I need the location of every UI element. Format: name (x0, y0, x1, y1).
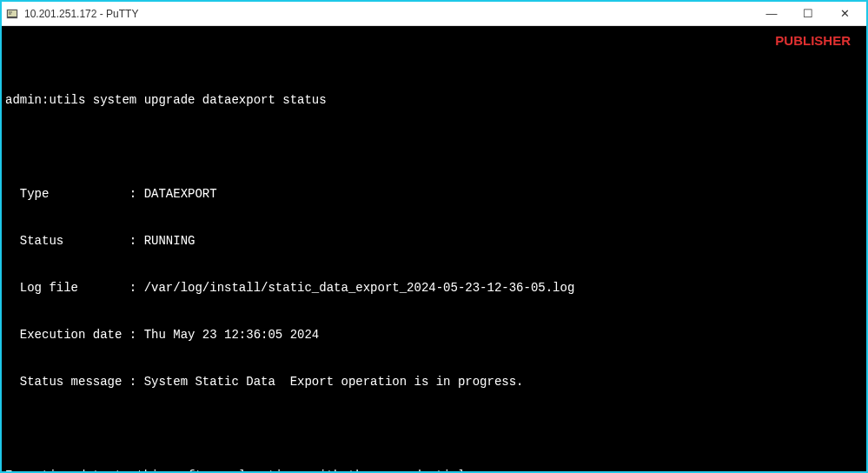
field-execdate: Execution date : Thu May 23 12:36:05 202… (5, 327, 863, 343)
window-title: 10.201.251.172 - PuTTY (24, 8, 753, 20)
field-statusmsg: Status message : System Static Data Expo… (5, 374, 863, 390)
titlebar[interactable]: 10.201.251.172 - PuTTY — ☐ ✕ (2, 2, 866, 26)
putty-window: 10.201.251.172 - PuTTY — ☐ ✕ PUBLISHER a… (0, 0, 868, 473)
app-icon (5, 7, 19, 21)
export-header: Exporting data to this software location… (5, 468, 863, 471)
publisher-label: PUBLISHER (775, 33, 851, 49)
maximize-button[interactable]: ☐ (790, 3, 826, 25)
svg-rect-1 (8, 10, 17, 17)
prompt-line-1: admin:utils system upgrade dataexport st… (5, 92, 863, 108)
command-text: admin:utils system upgrade dataexport st… (5, 93, 327, 107)
close-button[interactable]: ✕ (826, 3, 863, 25)
field-status: Status : RUNNING (5, 233, 863, 249)
field-type: Type : DATAEXPORT (5, 186, 863, 202)
minimize-button[interactable]: — (753, 3, 790, 25)
field-logfile: Log file : /var/log/install/static_data_… (5, 280, 863, 296)
window-controls: — ☐ ✕ (753, 3, 863, 25)
terminal-area[interactable]: PUBLISHER admin:utils system upgrade dat… (2, 26, 866, 471)
